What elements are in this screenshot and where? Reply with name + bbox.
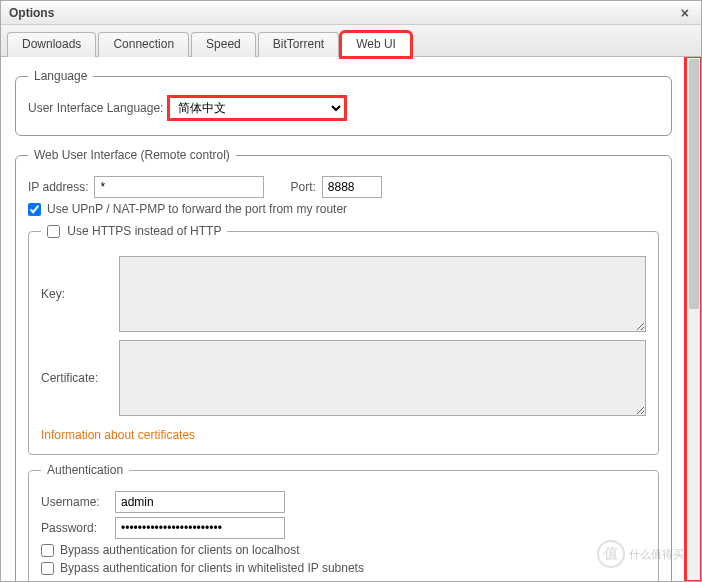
key-textarea[interactable] xyxy=(119,256,646,332)
window-title: Options xyxy=(9,6,54,20)
tab-speed[interactable]: Speed xyxy=(191,32,256,57)
auth-legend: Authentication xyxy=(41,463,129,477)
password-label: Password: xyxy=(41,521,109,535)
language-select[interactable]: 简体中文 xyxy=(169,97,345,119)
titlebar: Options × xyxy=(1,1,701,25)
auth-fieldset: Authentication Username: Password: Bypas… xyxy=(28,463,659,581)
bypass-whitelist-checkbox[interactable] xyxy=(41,562,54,575)
close-icon[interactable]: × xyxy=(677,5,693,21)
bypass-localhost-checkbox[interactable] xyxy=(41,544,54,557)
password-input[interactable] xyxy=(115,517,285,539)
cert-label: Certificate: xyxy=(41,371,111,385)
language-label: User Interface Language: xyxy=(28,101,163,115)
upnp-label: Use UPnP / NAT-PMP to forward the port f… xyxy=(47,202,347,216)
ip-input[interactable] xyxy=(94,176,264,198)
port-label: Port: xyxy=(290,180,315,194)
cert-info-link[interactable]: Information about certificates xyxy=(41,428,195,442)
tabbar: Downloads Connection Speed BitTorrent We… xyxy=(1,25,701,57)
tab-downloads[interactable]: Downloads xyxy=(7,32,96,57)
username-input[interactable] xyxy=(115,491,285,513)
https-fieldset: Use HTTPS instead of HTTP Key: Certifica… xyxy=(28,224,659,455)
key-label: Key: xyxy=(41,287,111,301)
bypass-localhost-label: Bypass authentication for clients on loc… xyxy=(60,543,299,557)
language-legend: Language xyxy=(28,69,93,83)
scrollbar[interactable] xyxy=(686,57,701,581)
bypass-whitelist-label: Bypass authentication for clients in whi… xyxy=(60,561,364,575)
language-fieldset: Language User Interface Language: 简体中文 xyxy=(15,69,672,136)
tab-webui[interactable]: Web UI xyxy=(341,32,411,57)
options-dialog: Options × Downloads Connection Speed Bit… xyxy=(0,0,702,582)
content-pane: Language User Interface Language: 简体中文 W… xyxy=(1,57,686,581)
cert-textarea[interactable] xyxy=(119,340,646,416)
webui-fieldset: Web User Interface (Remote control) IP a… xyxy=(15,148,672,581)
username-label: Username: xyxy=(41,495,109,509)
scrollbar-thumb[interactable] xyxy=(689,59,699,309)
https-checkbox[interactable] xyxy=(47,225,60,238)
upnp-checkbox[interactable] xyxy=(28,203,41,216)
webui-legend: Web User Interface (Remote control) xyxy=(28,148,236,162)
https-legend: Use HTTPS instead of HTTP xyxy=(67,224,221,238)
tab-connection[interactable]: Connection xyxy=(98,32,189,57)
ip-label: IP address: xyxy=(28,180,88,194)
port-input[interactable] xyxy=(322,176,382,198)
tab-bittorrent[interactable]: BitTorrent xyxy=(258,32,339,57)
